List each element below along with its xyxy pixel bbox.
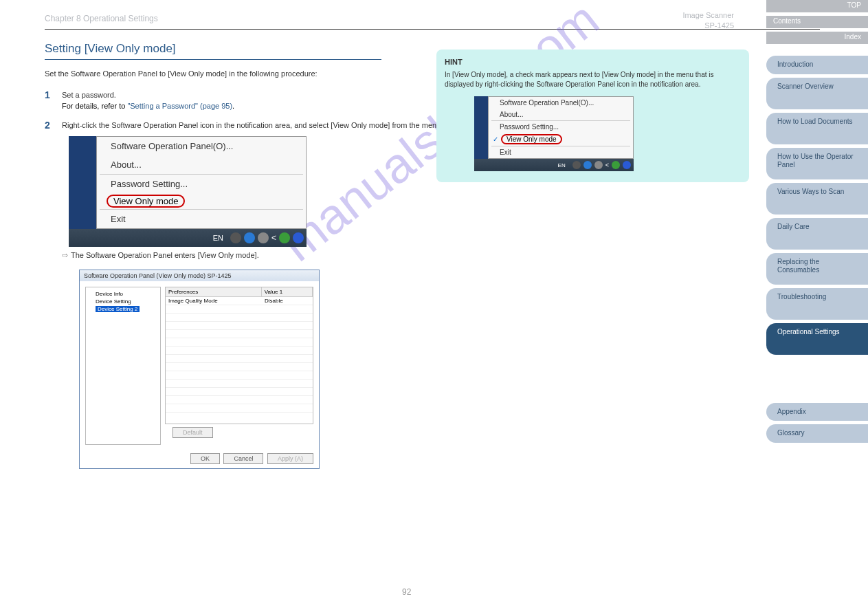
ctx-item-viewonly-checked[interactable]: View Only mode	[501, 134, 562, 144]
tab-introduction[interactable]: Introduction	[766, 56, 868, 74]
apply-button: Apply (A)	[267, 453, 313, 464]
step-1-link[interactable]: "Setting a Password" (page 95)	[127, 102, 232, 110]
sop-titlebar: Software Operation Panel (View Only mode…	[80, 270, 319, 281]
list-cell-value: Disable	[262, 297, 313, 305]
tree-device-setting[interactable]: Device Setting	[94, 298, 157, 305]
tray-app-icon[interactable]	[612, 161, 620, 169]
tab-index[interactable]: Index	[766, 32, 868, 44]
step-1-detail-b: .	[232, 102, 234, 110]
ctx-item-password[interactable]: Password Setting...	[97, 175, 306, 193]
ok-button[interactable]: OK	[190, 453, 220, 464]
info-icon	[293, 232, 304, 243]
ctx-item-about[interactable]: About...	[489, 109, 633, 120]
tree-device-info[interactable]: Device Info	[94, 290, 157, 298]
tab-contents[interactable]: Contents	[766, 16, 868, 28]
tab-load-documents[interactable]: How to Load Documents	[766, 113, 868, 144]
cancel-button[interactable]: Cancel	[223, 453, 263, 464]
tray-app-icon[interactable]	[279, 232, 290, 243]
hint-panel: HINT In [View Only mode], a check mark a…	[436, 50, 749, 182]
keyboard-icon	[572, 161, 581, 169]
ctx-item-about[interactable]: About...	[97, 155, 306, 174]
context-menu-screenshot: Software Operation Panel(O)... About... …	[69, 136, 307, 247]
sop-window-screenshot: Software Operation Panel (View Only mode…	[79, 270, 320, 469]
tree-selected-item: Device Setting 2	[96, 306, 140, 312]
tab-glossary[interactable]: Glossary	[766, 424, 868, 443]
tab-troubleshooting[interactable]: Troubleshooting	[766, 288, 868, 320]
tray-chevron-icon[interactable]: <	[605, 162, 609, 168]
header-line1: Image Scanner	[682, 10, 734, 21]
tab-consumables[interactable]: Replacing the Consumables	[766, 253, 868, 285]
flag-icon	[594, 161, 603, 169]
taskbar: EN <	[69, 229, 307, 247]
heading-underline	[45, 59, 381, 60]
hint-context-menu-screenshot: Software Operation Panel(O)... About... …	[474, 96, 634, 171]
ctx-item-viewonly-highlighted[interactable]: View Only mode	[107, 195, 185, 208]
ctx-item-password[interactable]: Password Setting...	[489, 121, 633, 133]
hint-text: In [View Only mode], a check mark appear…	[445, 70, 741, 89]
help-icon	[244, 232, 255, 243]
checkmark-icon: ✓	[493, 135, 498, 143]
ctx-item-exit[interactable]: Exit	[489, 146, 633, 158]
list-cell-pref: Image Quality Mode	[166, 297, 262, 305]
header-device-info: Image Scanner SP-1425	[682, 10, 734, 32]
tab-appendix[interactable]: Appendix	[766, 403, 868, 421]
flag-icon	[258, 232, 269, 243]
list-header-preferences: Preferences	[166, 287, 262, 296]
tab-operator-panel[interactable]: How to Use the Operator Panel	[766, 148, 868, 179]
sidebar-nav: TOP Contents Index Introduction Scanner …	[766, 0, 868, 443]
page-number: 92	[402, 587, 411, 597]
step-2-result: The Software Operation Panel enters [Vie…	[62, 251, 868, 260]
list-header-value: Value 1	[262, 287, 313, 296]
help-icon	[583, 161, 592, 169]
ctx-item-exit[interactable]: Exit	[97, 210, 306, 228]
tray-chevron-icon[interactable]: <	[271, 233, 276, 243]
tree-device-setting-2[interactable]: Device Setting 2	[94, 305, 157, 313]
hint-title: HINT	[445, 58, 741, 66]
context-menu: Software Operation Panel(O)... About... …	[96, 136, 307, 229]
keyboard-icon	[230, 232, 241, 243]
taskbar-lang: EN	[213, 234, 223, 242]
default-button: Default	[173, 427, 213, 438]
taskbar-lang: EN	[558, 162, 566, 168]
tab-top[interactable]: TOP	[766, 0, 868, 12]
ctx-item-sop[interactable]: Software Operation Panel(O)...	[489, 97, 633, 109]
step-1-detail-a: For details, refer to	[62, 102, 127, 110]
tab-operational-settings-active[interactable]: Operational Settings	[766, 323, 868, 355]
sop-tree: Device Info Device Setting Device Settin…	[85, 287, 161, 445]
ctx-item-sop[interactable]: Software Operation Panel(O)...	[97, 137, 306, 155]
tab-daily-care[interactable]: Daily Care	[766, 218, 868, 250]
sop-settings-list: Preferences Value 1 Image Quality Mode D…	[165, 287, 313, 424]
tab-scanner-overview[interactable]: Scanner Overview	[766, 78, 868, 109]
tab-ways-to-scan[interactable]: Various Ways to Scan	[766, 183, 868, 215]
info-icon	[623, 161, 631, 169]
